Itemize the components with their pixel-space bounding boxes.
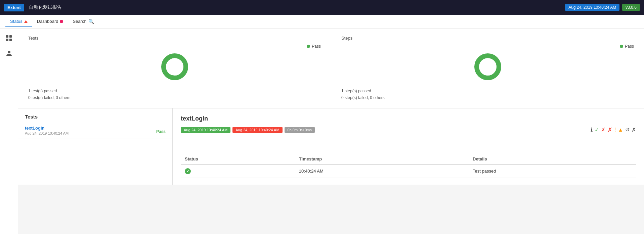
toolbar-icon-info[interactable]: ℹ — [591, 127, 593, 133]
col-status: Status — [181, 154, 295, 165]
col-timestamp: Timestamp — [295, 154, 469, 165]
navbar-brand: Extent — [4, 4, 24, 11]
subnav-item-search[interactable]: Search 🔍 — [68, 17, 98, 27]
steps-donut-chart — [474, 53, 501, 80]
sidebar-icon-grid[interactable] — [3, 32, 15, 44]
panels-row: Tests textLogin Aug 24, 2019 10:40:24 AM… — [18, 108, 644, 185]
test-list-item[interactable]: textLogin Aug 24, 2019 10:40:24 AM Pass — [18, 122, 172, 139]
svg-rect-3 — [9, 39, 12, 41]
navbar-version: v3.0.6 — [622, 4, 640, 11]
detail-panel: textLogin Aug 24, 2019 10:40:24 AM Aug 2… — [173, 108, 644, 185]
toolbar-icon-fail[interactable]: ✗ — [601, 127, 605, 133]
toolbar-icon-check[interactable]: ✓ — [595, 127, 599, 133]
steps-pass-dot — [620, 45, 623, 48]
tests-pass-dot — [307, 45, 310, 48]
table-row: 10:40:24 AM Test passed — [181, 165, 636, 178]
steps-pass-label: Pass — [625, 44, 634, 49]
test-item-pass-status: Pass — [156, 129, 166, 134]
summary-row: Tests Pass 1 test(s) passed 0 test(s) fa… — [18, 29, 644, 108]
search-icon: 🔍 — [88, 19, 94, 24]
tests-summary-title: Tests — [28, 36, 321, 41]
grid-icon — [6, 35, 12, 41]
step-status-icon — [185, 168, 191, 174]
detail-badge-start: Aug 24, 2019 10:40:24 AM — [181, 127, 230, 133]
subnav-label-search: Search — [73, 19, 86, 24]
subnav-item-dashboard[interactable]: Dashboard — [32, 17, 68, 27]
tests-summary-card: Tests Pass 1 test(s) passed 0 test(s) fa… — [18, 29, 331, 108]
tests-donut-wrapper — [28, 50, 321, 84]
tests-list-panel: Tests textLogin Aug 24, 2019 10:40:24 AM… — [18, 108, 173, 185]
toolbar-icon-error[interactable]: ✗ — [607, 126, 612, 134]
subnav-label-status: Status — [10, 19, 23, 24]
steps-table: Status Timestamp Details 10:40:24 AM Tes… — [181, 154, 636, 178]
test-item-name: textLogin — [25, 126, 166, 131]
triangle-icon — [24, 20, 28, 23]
steps-summary-stats: 1 step(s) passed 0 step(s) failed, 0 oth… — [341, 88, 634, 101]
navbar-datetime: Aug 24, 2019 10:40:24 AM — [565, 4, 619, 11]
steps-summary-title: Steps — [341, 36, 634, 41]
navbar-title: 自动化测试报告 — [29, 4, 565, 10]
steps-failed-count: 0 step(s) failed, 0 others — [341, 94, 634, 101]
content-area: Tests Pass 1 test(s) passed 0 test(s) fa… — [18, 29, 644, 234]
toolbar-icon-triangle[interactable]: ▲ — [618, 127, 623, 133]
tests-summary-stats: 1 test(s) passed 0 test(s) failed, 0 oth… — [28, 88, 321, 101]
steps-summary-card: Steps Pass 1 step(s) passed 0 step(s) fa… — [331, 29, 644, 108]
tests-failed-count: 0 test(s) failed, 0 others — [28, 94, 321, 101]
step-timestamp: 10:40:24 AM — [295, 165, 469, 178]
toolbar-icon-close[interactable]: ✗ — [632, 127, 636, 133]
svg-point-4 — [8, 51, 10, 53]
svg-rect-1 — [9, 35, 12, 38]
detail-title: textLogin — [181, 115, 636, 122]
subnav-item-status[interactable]: Status — [5, 17, 32, 27]
detail-badge-end: Aug 24, 2019 10:40:24 AM — [232, 127, 282, 133]
subnav: Status Dashboard Search 🔍 — [0, 15, 644, 29]
detail-badges-row: Aug 24, 2019 10:40:24 AM Aug 24, 2019 10… — [181, 126, 636, 134]
steps-passed-count: 1 step(s) passed — [341, 88, 634, 94]
circle-icon — [60, 20, 63, 23]
svg-rect-2 — [6, 39, 8, 41]
main-layout: Tests Pass 1 test(s) passed 0 test(s) fa… — [0, 29, 644, 234]
steps-donut-wrapper — [341, 50, 634, 84]
step-details: Test passed — [469, 165, 636, 178]
sidebar — [0, 29, 18, 234]
steps-pass-badge: Pass — [620, 44, 634, 49]
col-details: Details — [469, 154, 636, 165]
tests-pass-label: Pass — [312, 44, 321, 49]
test-item-time: Aug 24, 2019 10:40:24 AM — [25, 131, 166, 135]
toolbar-icon-warning[interactable]: ! — [614, 127, 616, 133]
navbar: Extent 自动化测试报告 Aug 24, 2019 10:40:24 AM … — [0, 0, 644, 15]
toolbar-icon-refresh[interactable]: ↺ — [625, 127, 630, 133]
tests-passed-count: 1 test(s) passed — [28, 88, 321, 94]
subnav-label-dashboard: Dashboard — [37, 19, 58, 24]
step-status-cell — [181, 165, 295, 178]
user-icon — [6, 50, 12, 56]
tests-list-header: Tests — [18, 108, 172, 122]
detail-badge-duration: 0h 0m 0s+0ms — [285, 127, 315, 133]
svg-rect-0 — [6, 35, 8, 38]
tests-pass-badge: Pass — [307, 44, 321, 49]
sidebar-icon-user[interactable] — [3, 47, 15, 59]
tests-donut-chart — [161, 53, 188, 80]
